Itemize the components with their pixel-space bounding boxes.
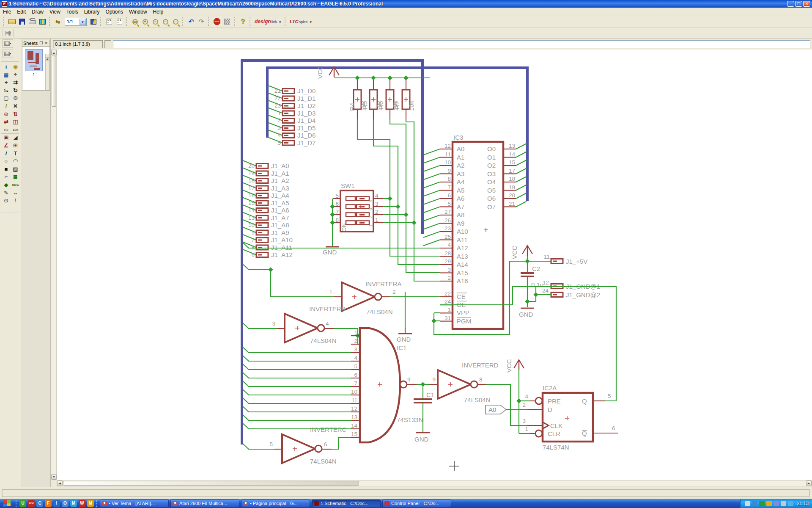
minimize-button[interactable]: — [787, 1, 794, 7]
menu-edit[interactable]: Edit [14, 8, 29, 16]
rotate-icon[interactable]: ↻ [11, 87, 20, 94]
display-icon[interactable] [774, 501, 779, 506]
task-button[interactable]: • Ver Tema - [ATARI]... [100, 500, 169, 507]
firefox-icon[interactable]: F [45, 500, 52, 507]
polygon-icon[interactable]: ▨ [11, 166, 20, 173]
task-button[interactable]: Control Panel - C:\Do... [382, 500, 451, 507]
internet-explorer-icon[interactable]: I [53, 500, 60, 507]
switch-board-icon[interactable]: ⇆ [53, 17, 63, 26]
run-ulp-icon[interactable]: ULP --- [115, 17, 124, 26]
scroll-left-icon[interactable]: ◀ [57, 480, 63, 486]
undo-icon[interactable]: ↶ [187, 17, 196, 26]
scanner-icon[interactable] [752, 501, 757, 506]
smash-icon[interactable]: ▣ [2, 134, 11, 141]
zoom-fit-icon[interactable]: ▭ [130, 17, 140, 26]
sheets-scrollbar[interactable]: ▲ [45, 54, 49, 90]
name-icon[interactable]: R2 [2, 126, 11, 133]
zoom-tool-icon[interactable]: ⊙ [2, 197, 11, 204]
replace-icon[interactable]: ◫ [11, 118, 20, 125]
zoom-in-icon[interactable]: + [140, 17, 150, 26]
scroll-up-icon[interactable]: ▲ [51, 50, 57, 55]
sheets-list[interactable]: 1 ▲ [22, 47, 49, 90]
command-input[interactable] [113, 40, 810, 48]
grid-display-icon[interactable]: ▾ [2, 39, 13, 48]
task-button[interactable]: Atari 2600 F8 Multica... [170, 500, 239, 507]
close-panel-icon[interactable]: ✕ [44, 41, 49, 45]
mark-icon[interactable]: ⌖ [11, 71, 20, 78]
invoke-icon[interactable]: ⊞ [11, 142, 20, 149]
add-icon[interactable]: ⊕ [2, 110, 11, 118]
bus-icon[interactable]: ⌐ [2, 173, 11, 180]
circle-icon[interactable]: ○ [2, 157, 11, 165]
info-icon[interactable]: i [2, 63, 11, 70]
maximize-button[interactable]: ❐ [795, 1, 802, 7]
sheet-selector[interactable]: 1/1▼ [65, 18, 87, 26]
rect-icon[interactable]: ■ [2, 166, 11, 173]
designlink-button[interactable]: designlink▼ [255, 19, 282, 25]
split-icon[interactable]: ∠ [2, 142, 11, 149]
show-icon[interactable]: ◉ [11, 63, 20, 70]
value-icon[interactable]: 10k [11, 126, 20, 133]
text-icon[interactable]: T [11, 150, 20, 157]
vertical-scrollbar[interactable]: ▲ ▼ [51, 50, 57, 480]
copy-icon[interactable]: ⇉ [11, 79, 20, 86]
menu-window[interactable]: Window [126, 8, 150, 16]
network-icon[interactable] [781, 501, 786, 506]
cam-processor-icon[interactable] [38, 17, 47, 26]
errors-icon[interactable]: ! [11, 197, 20, 204]
cut-icon[interactable]: / [2, 102, 11, 110]
pinswap-icon[interactable]: ⇅ [11, 110, 20, 118]
sheet-thumbnail[interactable] [25, 49, 43, 71]
float-panel-icon[interactable]: ❐ [38, 41, 44, 45]
dither-icon[interactable] [222, 17, 232, 26]
outlook-icon[interactable]: O [62, 500, 69, 507]
junction-icon[interactable]: ◆ [2, 181, 11, 188]
use-library-icon[interactable] [89, 17, 98, 26]
ltcspice-button[interactable]: LTCspice▼ [290, 19, 313, 24]
miter-icon[interactable]: ◢ [11, 134, 20, 141]
messenger-icon[interactable]: M [70, 500, 77, 507]
menu-file[interactable]: File [0, 8, 14, 16]
delete-icon[interactable]: ✕ [11, 102, 20, 110]
antivirus-icon[interactable] [759, 501, 765, 506]
winamp-icon[interactable]: W [79, 500, 85, 507]
run-script-icon[interactable]: SCR --- [104, 17, 114, 26]
menu-options[interactable]: Options [103, 8, 126, 16]
arc-icon[interactable]: ◠ [11, 157, 20, 165]
print-icon[interactable] [27, 17, 37, 26]
redo-icon[interactable]: ↷ [197, 17, 206, 26]
net-icon[interactable]: ≣ [11, 173, 20, 180]
zoom-out-icon[interactable]: − [151, 17, 160, 26]
pdf-icon[interactable]: PDF [28, 500, 35, 507]
open-icon[interactable] [7, 17, 16, 26]
move-icon[interactable]: + [2, 79, 11, 86]
label-icon[interactable]: ABC [11, 181, 20, 188]
menu-help[interactable]: Help [150, 8, 167, 16]
start-button[interactable] [3, 500, 12, 507]
utorrent-icon[interactable]: U [19, 500, 26, 507]
scroll-down-icon[interactable]: ▼ [51, 474, 57, 480]
change-icon[interactable]: ⚙ [11, 94, 20, 102]
close-button[interactable]: ✕ [803, 1, 810, 7]
zoom-select-icon[interactable]: = [161, 17, 170, 26]
zoom-redraw-icon[interactable]: ◌ [171, 17, 180, 26]
keyboard-layout-icon[interactable] [745, 501, 750, 506]
horizontal-scrollbar[interactable]: ◀ ▶ [57, 480, 812, 486]
wire-icon[interactable]: / [2, 150, 11, 157]
menu-view[interactable]: View [47, 8, 63, 16]
scroll-right-icon[interactable]: ▶ [806, 480, 812, 486]
gateswap-icon[interactable]: ⇄ [2, 118, 11, 125]
mirror-icon[interactable]: ⇋ [2, 87, 11, 94]
media-player-icon[interactable]: M [87, 500, 94, 507]
attribute-icon[interactable]: ✎ [2, 189, 11, 196]
update-icon[interactable] [766, 501, 772, 506]
grid-settings-icon[interactable] [3, 29, 14, 37]
chrome-icon[interactable]: C [36, 500, 43, 507]
group-icon[interactable]: ▢ [2, 94, 11, 102]
save-icon[interactable] [17, 17, 27, 26]
volume-icon[interactable] [788, 501, 793, 506]
menu-draw[interactable]: Draw [29, 8, 47, 16]
dimension-icon[interactable]: ↔ [11, 189, 20, 196]
task-button[interactable]: • Página principal - G... [241, 500, 310, 507]
schematic-canvas[interactable] [57, 50, 812, 480]
